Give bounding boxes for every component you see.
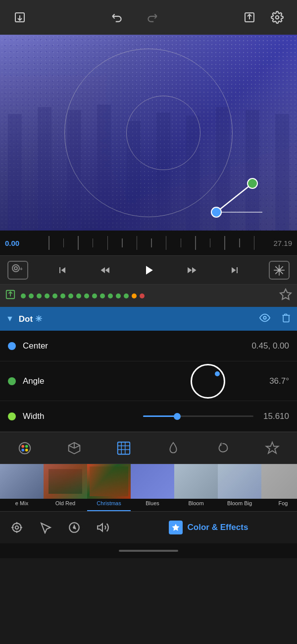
delete-effect-button[interactable] bbox=[281, 313, 291, 325]
keyframe-dot[interactable] bbox=[124, 293, 129, 298]
filter-label-bloom: Bloom bbox=[174, 499, 218, 508]
keyframe-dot[interactable] bbox=[100, 293, 105, 298]
param-angle[interactable]: Angle 36.7° bbox=[0, 361, 297, 401]
svg-text:+: + bbox=[20, 266, 23, 272]
cursor-button[interactable] bbox=[31, 513, 60, 542]
width-label: Width bbox=[23, 411, 133, 421]
tool-tabs bbox=[0, 432, 297, 464]
tab-star[interactable] bbox=[259, 434, 286, 462]
svg-point-8 bbox=[14, 267, 17, 270]
svg-point-7 bbox=[12, 265, 19, 272]
svg-marker-38 bbox=[172, 524, 179, 531]
import-button[interactable] bbox=[10, 7, 30, 27]
keyframe-button[interactable] bbox=[269, 261, 290, 280]
effect-asterisk: ✳ bbox=[35, 314, 42, 324]
export-button[interactable] bbox=[240, 7, 259, 27]
visibility-toggle[interactable] bbox=[259, 312, 270, 326]
filter-thumb-bloom bbox=[174, 464, 218, 499]
svg-line-3 bbox=[216, 183, 252, 212]
keyframe-dot[interactable] bbox=[116, 293, 121, 298]
filter-label-blues: Blues bbox=[131, 499, 174, 508]
svg-point-14 bbox=[278, 269, 280, 271]
angle-knob[interactable] bbox=[191, 364, 225, 399]
filter-bloom-big[interactable]: Bloom Big bbox=[218, 464, 261, 511]
keyframe-dot[interactable] bbox=[68, 293, 73, 298]
track-icon bbox=[5, 289, 16, 302]
tab-swirl[interactable] bbox=[209, 434, 237, 462]
filter-old-red[interactable]: Old Red bbox=[44, 464, 87, 511]
svg-point-19 bbox=[21, 445, 24, 448]
top-toolbar bbox=[0, 0, 297, 35]
filter-christmas[interactable]: Christmas bbox=[87, 464, 131, 511]
svg-point-17 bbox=[263, 316, 266, 319]
filter-bloom[interactable]: Bloom bbox=[174, 464, 218, 511]
param-width[interactable]: Width 15.610 bbox=[0, 401, 297, 432]
dial-button[interactable] bbox=[60, 513, 89, 542]
step-forward-button[interactable] bbox=[183, 261, 200, 279]
color-effects-button[interactable]: Color & Effects bbox=[120, 521, 297, 534]
params-area: Center 0.45, 0.00 Angle 36.7° Width 15.6… bbox=[0, 331, 297, 432]
filter-thumb-lut-mix bbox=[0, 464, 44, 499]
svg-point-20 bbox=[25, 445, 28, 448]
filter-label-old-red: Old Red bbox=[44, 499, 87, 508]
angle-dot bbox=[8, 377, 16, 385]
bottom-nav: Color & Effects bbox=[0, 511, 297, 543]
skip-to-end-button[interactable] bbox=[226, 261, 244, 279]
timeline[interactable]: 0.00 27.19 bbox=[0, 231, 297, 255]
video-preview[interactable] bbox=[0, 35, 297, 231]
tab-grid[interactable] bbox=[110, 434, 138, 462]
target-button[interactable] bbox=[2, 513, 31, 542]
collapse-chevron[interactable]: ▼ bbox=[6, 314, 14, 323]
svg-point-21 bbox=[21, 448, 24, 451]
keyframe-dot[interactable] bbox=[37, 293, 42, 298]
layer-add-button[interactable]: + bbox=[7, 261, 28, 280]
keyframe-dot[interactable] bbox=[45, 293, 50, 298]
tab-3d[interactable] bbox=[61, 434, 88, 462]
svg-point-18 bbox=[19, 442, 31, 454]
favorites-button[interactable] bbox=[279, 288, 292, 304]
tab-drop[interactable] bbox=[160, 434, 187, 462]
keyframe-dot-orange[interactable] bbox=[132, 293, 137, 298]
timeline-start-time: 0.00 bbox=[5, 239, 30, 247]
svg-point-29 bbox=[15, 526, 19, 529]
filter-label-christmas: Christmas bbox=[87, 499, 131, 508]
svg-point-6 bbox=[248, 178, 257, 188]
keyframe-dot[interactable] bbox=[29, 293, 34, 298]
svg-point-5 bbox=[211, 207, 221, 217]
width-value: 15.610 bbox=[263, 411, 289, 421]
keyframe-dot-red[interactable] bbox=[140, 293, 145, 298]
filter-thumb-old-red bbox=[44, 464, 87, 499]
keyframe-track bbox=[0, 284, 297, 307]
filter-thumb-blues bbox=[131, 464, 174, 499]
filter-lut-mix[interactable]: e Mix bbox=[0, 464, 44, 511]
step-back-button[interactable] bbox=[97, 261, 114, 279]
filter-label-fog: Fog bbox=[261, 499, 297, 508]
filter-thumb-fog bbox=[261, 464, 297, 499]
redo-button[interactable] bbox=[142, 7, 162, 27]
angle-indicator[interactable] bbox=[0, 35, 297, 231]
filter-fog[interactable]: Fog bbox=[261, 464, 297, 511]
keyframe-dot[interactable] bbox=[52, 293, 57, 298]
keyframe-dot[interactable] bbox=[76, 293, 81, 298]
tab-palette[interactable] bbox=[11, 434, 39, 462]
center-label: Center bbox=[23, 341, 251, 351]
skip-to-start-button[interactable] bbox=[53, 261, 71, 279]
timeline-end-time: 27.19 bbox=[273, 239, 292, 247]
svg-marker-37 bbox=[98, 524, 102, 531]
keyframe-dot[interactable] bbox=[92, 293, 97, 298]
keyframe-dot[interactable] bbox=[60, 293, 65, 298]
svg-marker-28 bbox=[266, 442, 278, 453]
undo-button[interactable] bbox=[107, 7, 127, 27]
keyframe-dot[interactable] bbox=[84, 293, 89, 298]
svg-point-30 bbox=[12, 523, 21, 531]
svg-point-2 bbox=[276, 16, 279, 19]
settings-button[interactable] bbox=[267, 7, 287, 27]
keyframe-dot[interactable] bbox=[21, 293, 26, 298]
volume-button[interactable] bbox=[89, 513, 117, 542]
keyframe-dot[interactable] bbox=[108, 293, 113, 298]
svg-point-36 bbox=[73, 527, 75, 528]
param-center[interactable]: Center 0.45, 0.00 bbox=[0, 331, 297, 361]
filter-blues[interactable]: Blues bbox=[131, 464, 174, 511]
filter-strip: e Mix Old Red Christmas Blues Bloom Bloo… bbox=[0, 464, 297, 511]
play-button[interactable] bbox=[140, 261, 157, 279]
